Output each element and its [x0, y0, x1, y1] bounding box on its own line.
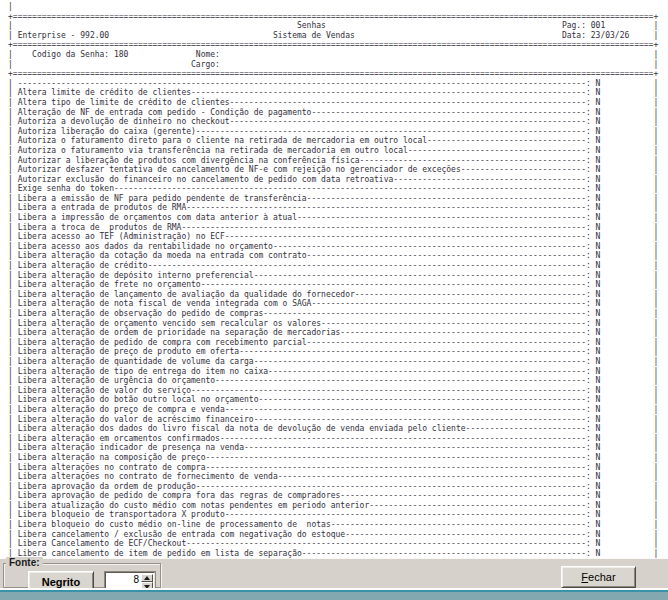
permission-row: | Libera Cancelamento de ECF/Checkout---…: [8, 539, 668, 549]
permission-row: | Libera alteração da cotação da moeda n…: [8, 251, 668, 261]
permission-row: | Libera alteração de frete no orçamento…: [8, 280, 668, 290]
report-subtitle-row: | Enterprise - 992.00 Sistema de Vendas …: [8, 31, 668, 41]
permission-row: | Libera alteração na composição de preç…: [8, 453, 668, 463]
permission-row: | Libera alteração de quantidade de volu…: [8, 357, 668, 367]
permission-row: | Autorizar desfazer tentativa de cancel…: [8, 165, 668, 175]
footer-toolbar: Fonte: Negrito 8 Fechar: [0, 558, 668, 589]
window-bottom-edge: [0, 592, 668, 600]
font-size-value: 8: [106, 574, 139, 585]
permission-row: | Libera a emissão de NF para pedido pen…: [8, 194, 668, 204]
fonte-groupbox: Fonte: Negrito 8: [3, 563, 161, 588]
permission-row: | Libera alteração de nota fiscal de ven…: [8, 299, 668, 309]
permission-row: | Libera alteração de valor do serviço--…: [8, 386, 668, 396]
permission-row: | Libera alteração indicador de presença…: [8, 443, 668, 453]
permission-row: | Autoriza liberação do caixa (gerente)-…: [8, 127, 668, 137]
fechar-button[interactable]: Fechar: [561, 566, 636, 588]
permission-row: | Libera alteração em orcamentos confirm…: [8, 434, 668, 444]
permission-row: | Libera alterações no contrato de compr…: [8, 463, 668, 473]
permission-row: | Autoriza o faturamento via transferênc…: [8, 146, 668, 156]
permission-row: | Libera bloqueio de transportadora X pr…: [8, 510, 668, 520]
report-cargo-row: | Cargo: |: [8, 60, 668, 70]
senhas-report: |+======================================…: [0, 0, 668, 558]
spinner-buttons: [141, 574, 153, 589]
permission-row: | Libera alteração de preço de produto e…: [8, 347, 668, 357]
permission-row: | Alteração de NF de entrada com pedido …: [8, 108, 668, 118]
permission-row: | Libera aprovação da ordem de produção-…: [8, 482, 668, 492]
permission-row: | Libera alteração de orçamento vencido …: [8, 319, 668, 329]
report-border: +=======================================…: [8, 40, 668, 50]
clipped-line-fragment: |: [8, 2, 668, 12]
permission-row: | Libera aprovação de pedido de compra f…: [8, 491, 668, 501]
permission-row: | Libera alteração dos dados do livro fi…: [8, 424, 668, 434]
permission-row: | Libera alteração do botão outro local …: [8, 395, 668, 405]
up-arrow-icon: [144, 576, 150, 580]
report-title-row: | Senhas Pag.: 001 |: [8, 21, 668, 31]
permission-row: | Libera alteração do preço de compra e …: [8, 405, 668, 415]
permission-row: | Libera a troca de produtos de RMA-----…: [8, 223, 668, 233]
permission-row: | Libera cancelamento / exclusão de entr…: [8, 530, 668, 540]
permission-row: | Libera alteração de ordem de prioridad…: [8, 328, 668, 338]
permission-row: | Libera acesso ao TEF (Administração) n…: [8, 232, 668, 242]
spin-up-button[interactable]: [141, 574, 153, 582]
permission-row: | Exige senha do token------------------…: [8, 184, 668, 194]
report-border: +=======================================…: [8, 69, 668, 79]
permission-row: | Libera acesso aos dados da rentabilida…: [8, 242, 668, 252]
permission-row: | Libera alteração de lançamento de aval…: [8, 290, 668, 300]
permission-row: | Altera limite de crédito de clientes--…: [8, 88, 668, 98]
permission-row: | --------------------------------------…: [8, 79, 668, 89]
permission-row: | Autorizar a liberação de produtos com …: [8, 156, 668, 166]
report-border: +=======================================…: [8, 12, 668, 22]
permission-row: | Libera alteração de tipo de entrega do…: [8, 367, 668, 377]
permission-row: | Libera alteração de urgência do orçame…: [8, 376, 668, 386]
permission-row: | Libera alteração do valor de acréscimo…: [8, 415, 668, 425]
permission-row: | Libera alteração de depósito interno p…: [8, 271, 668, 281]
permission-row: | Libera atualização do custo médio com …: [8, 501, 668, 511]
permission-row: | Libera alteração de pedido de compra c…: [8, 338, 668, 348]
permission-row: | Libera bloqueio do custo médio on-line…: [8, 520, 668, 530]
permission-row: | Libera alteração de observação do pedi…: [8, 309, 668, 319]
permission-row: | Libera alterações no contrato de forne…: [8, 472, 668, 482]
permission-row: | Autorizar exclusão do financeiro no ca…: [8, 175, 668, 185]
permission-row: | Libera alteração de crédito-----------…: [8, 261, 668, 271]
permission-row: | Altera tipo de limite de crédito de cl…: [8, 98, 668, 108]
report-code-row: | Codigo da Senha: 180 Nome: |: [8, 50, 668, 60]
permission-row: | Libera cancelamento de item de pedido …: [8, 549, 668, 559]
permission-row: | Libera a entrada de produtos de RMA---…: [8, 203, 668, 213]
permission-row: | Autoriza a devolução de dinheiro no ch…: [8, 117, 668, 127]
permission-row: | Autoriza o faturamento direto para o c…: [8, 136, 668, 146]
fonte-label: Fonte:: [6, 557, 43, 568]
permission-row: | Libera a impressão de orçamentos com d…: [8, 213, 668, 223]
